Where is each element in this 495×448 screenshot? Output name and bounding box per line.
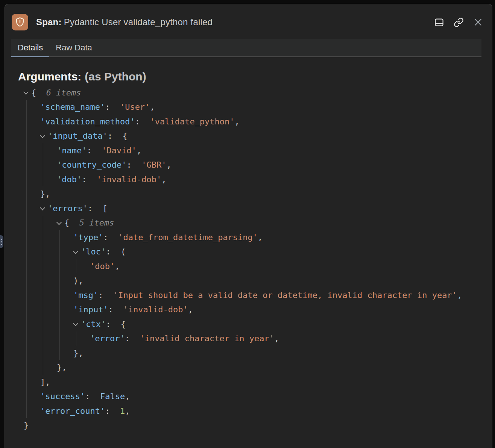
panel-bottom-icon[interactable]: [433, 17, 445, 28]
header-actions: [433, 17, 484, 28]
json-key: 'success': [40, 392, 85, 401]
json-punctuation: ,: [258, 233, 263, 242]
chevron-down-icon[interactable]: [39, 132, 46, 140]
json-tree-viewer: { 6 items'schema_name': 'User','validati…: [14, 85, 492, 433]
json-number: 1: [120, 406, 125, 416]
tree-row: },: [14, 187, 492, 201]
json-punctuation: :: [105, 406, 120, 416]
tree-row: 'msg': 'Input should be a valid date or …: [14, 288, 492, 303]
json-punctuation: ,: [150, 102, 155, 112]
json-punctuation: ,: [125, 406, 130, 416]
link-icon[interactable]: [453, 17, 464, 28]
json-punctuation: ,: [137, 146, 141, 155]
json-punctuation: :: [85, 392, 100, 401]
json-key: 'validation_method': [40, 117, 135, 126]
chevron-down-icon[interactable]: [39, 204, 46, 212]
json-key: 'input_data': [48, 131, 108, 141]
page-title: Span:Pydantic User validate_python faile…: [36, 17, 213, 27]
tree-row: { 6 items: [14, 85, 492, 100]
json-punctuation: {: [31, 88, 46, 97]
tree-row: 'schema_name': 'User',: [14, 100, 492, 115]
tab-details[interactable]: Details: [11, 39, 49, 56]
arguments-heading: Arguments:: [18, 70, 81, 83]
json-punctuation: :: [87, 146, 102, 155]
tree-row: 'country_code': 'GBR',: [14, 158, 492, 173]
json-punctuation: :: [126, 160, 141, 170]
tree-row: 'validation_method': 'validate_python',: [14, 114, 492, 129]
json-string: 'date_from_datetime_parsing': [118, 233, 258, 242]
json-punctuation: ,: [188, 305, 193, 314]
json-punctuation: }: [24, 421, 29, 430]
json-punctuation: :: [108, 305, 123, 314]
json-string: 'David': [102, 146, 137, 155]
json-punctuation: ),: [73, 276, 84, 285]
items-count: 6 items: [46, 88, 81, 97]
tree-row: 'loc': (: [14, 245, 492, 259]
json-punctuation: : (: [106, 247, 126, 256]
json-string: 'validate_python': [150, 117, 234, 126]
json-punctuation: : {: [106, 319, 126, 329]
shield-alert-icon: [12, 14, 28, 30]
tab-raw-data[interactable]: Raw Data: [49, 39, 99, 56]
json-string: 'invalid-dob': [123, 305, 188, 314]
json-key: 'errors': [48, 204, 88, 213]
json-punctuation: :: [103, 233, 118, 242]
json-string: 'dob': [90, 262, 115, 271]
json-key: 'ctx': [81, 319, 106, 329]
chevron-down-icon[interactable]: [72, 248, 79, 256]
chevron-down-icon[interactable]: [22, 89, 30, 96]
chevron-down-icon[interactable]: [55, 219, 63, 227]
json-key: 'error': [90, 334, 125, 343]
span-name: Pydantic User validate_python failed: [64, 17, 213, 27]
tree-row: 'success': False,: [14, 389, 492, 404]
json-key: 'dob': [57, 175, 82, 184]
tree-row: 'dob',: [14, 259, 492, 274]
json-key: 'msg': [73, 291, 98, 300]
json-key: 'error_count': [40, 406, 105, 416]
close-icon[interactable]: [472, 17, 484, 28]
json-key: 'country_code': [57, 160, 126, 170]
json-key: 'name': [57, 146, 87, 155]
json-string: 'User': [120, 102, 150, 112]
json-punctuation: : [: [88, 204, 108, 213]
section-heading: Arguments:(as Python): [18, 69, 492, 84]
json-punctuation: ,: [115, 262, 120, 271]
tree-row: 'error': 'invalid character in year',: [14, 331, 492, 346]
indent-guide: [76, 331, 76, 346]
json-punctuation: ],: [40, 377, 50, 387]
indent-guide: [26, 100, 27, 418]
tree-row: 'name': 'David',: [14, 143, 492, 158]
json-bool: False: [100, 392, 125, 401]
tree-row: 'type': 'date_from_datetime_parsing',: [14, 230, 492, 245]
json-key: 'loc': [81, 247, 106, 256]
tree-row: },: [14, 360, 492, 375]
panel-header: Span:Pydantic User validate_python faile…: [5, 4, 492, 39]
tree-row: 'ctx': {: [14, 317, 492, 331]
panel-resize-handle[interactable]: [0, 235, 3, 248]
tree-row: 'error_count': 1,: [14, 404, 492, 418]
json-punctuation: ,: [235, 117, 240, 126]
tree-row: ),: [14, 274, 492, 288]
tab-bar: DetailsRaw Data: [11, 39, 481, 57]
json-punctuation: },: [40, 189, 50, 198]
tree-row: }: [14, 418, 492, 433]
json-key: 'input': [73, 305, 108, 314]
json-punctuation: },: [57, 363, 67, 372]
json-punctuation: : {: [108, 131, 128, 141]
tree-row: },: [14, 346, 492, 360]
json-punctuation: ,: [274, 334, 279, 343]
json-punctuation: ,: [166, 160, 171, 170]
tree-row: { 5 items: [14, 216, 492, 230]
tree-row: 'errors': [: [14, 201, 492, 216]
span-detail-panel: Span:Pydantic User validate_python faile…: [5, 4, 492, 448]
items-count: 5 items: [79, 218, 114, 227]
tree-row: ],: [14, 375, 492, 389]
json-string: 'Input should be a valid date or datetim…: [113, 291, 457, 300]
json-punctuation: },: [73, 348, 84, 358]
json-string: 'invalid-dob': [97, 175, 161, 184]
arguments-heading-suffix: (as Python): [85, 70, 146, 83]
json-punctuation: :: [82, 175, 97, 184]
tree-row: 'input_data': {: [14, 129, 492, 144]
chevron-down-icon[interactable]: [72, 320, 79, 328]
json-punctuation: :: [135, 117, 150, 126]
